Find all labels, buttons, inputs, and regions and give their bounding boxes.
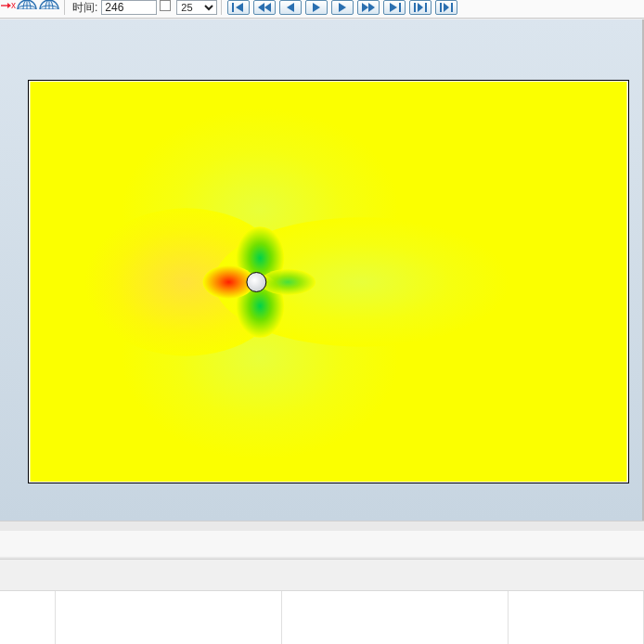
globe-west-icon[interactable] — [16, 0, 38, 17]
svg-marker-22 — [368, 3, 375, 12]
loop-button[interactable] — [409, 0, 431, 15]
svg-marker-30 — [444, 3, 449, 12]
axis-indicator: x — [0, 0, 16, 13]
step-back-button[interactable] — [253, 0, 276, 15]
globe-east-icon[interactable] — [38, 0, 60, 17]
svg-rect-25 — [414, 3, 416, 12]
toolbar-separator-2 — [221, 0, 222, 15]
svg-rect-24 — [399, 3, 401, 12]
svg-marker-26 — [418, 3, 423, 12]
pause-button[interactable] — [305, 0, 328, 15]
go-to-end-button[interactable] — [383, 0, 406, 15]
toolbar: x — [0, 0, 644, 19]
bottom-tab-2[interactable] — [56, 591, 282, 644]
svg-marker-23 — [390, 3, 397, 12]
svg-point-39 — [260, 269, 316, 295]
svg-marker-15 — [236, 3, 243, 12]
svg-marker-16 — [258, 3, 264, 12]
footer-bar — [0, 531, 644, 557]
plot-area — [28, 80, 629, 483]
svg-marker-17 — [264, 3, 271, 12]
svg-rect-29 — [451, 3, 453, 12]
svg-rect-27 — [425, 3, 427, 12]
time-label: 时间: — [69, 0, 101, 15]
bottom-tab-1[interactable] — [0, 591, 56, 644]
field-plot — [28, 80, 629, 483]
bottom-tabs — [0, 590, 644, 644]
svg-marker-20 — [339, 3, 346, 12]
cylinder-obstacle — [247, 273, 266, 292]
svg-rect-14 — [232, 3, 234, 12]
svg-marker-18 — [287, 3, 294, 12]
toolbar-separator — [64, 0, 65, 15]
svg-marker-19 — [313, 3, 320, 12]
play-back-button[interactable] — [279, 0, 302, 15]
play-forward-button[interactable] — [331, 0, 354, 15]
record-button[interactable] — [435, 0, 457, 15]
svg-marker-21 — [362, 3, 368, 12]
time-flag-checkbox[interactable] — [160, 0, 171, 11]
svg-rect-28 — [440, 3, 442, 12]
simulation-viewport[interactable] — [0, 19, 644, 521]
go-to-start-button[interactable] — [227, 0, 250, 15]
fps-select[interactable]: 25 — [176, 0, 217, 15]
bottom-tab-4[interactable] — [509, 591, 644, 644]
time-input[interactable] — [101, 0, 157, 15]
bottom-tab-3[interactable] — [282, 591, 509, 644]
step-forward-button[interactable] — [357, 0, 380, 15]
